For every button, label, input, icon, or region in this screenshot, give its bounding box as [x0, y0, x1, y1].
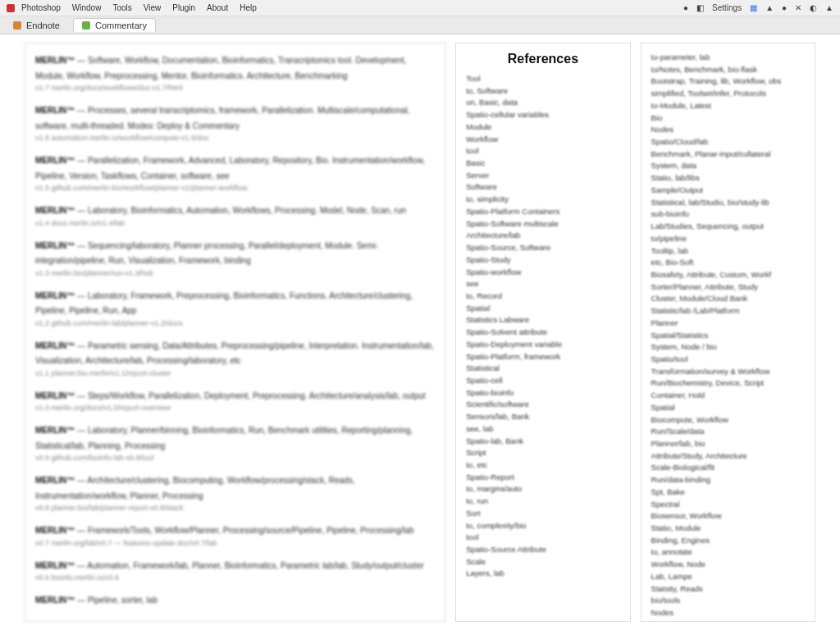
reference-item: Spectral — [651, 499, 805, 511]
reference-item: Planner — [651, 317, 805, 330]
reference-item: Run/Scale/data — [651, 426, 805, 438]
reference-item: System, Node / bio — [651, 341, 805, 354]
reference-item: Cluster, Module/Cloud Bank — [651, 293, 805, 305]
entry: MERLIN™ — Software, Workflow, Documentat… — [35, 52, 435, 92]
reference-item: sub-bioinfo — [651, 208, 805, 221]
reference-item: Spatio-workflow — [466, 267, 619, 279]
reference-item: Spatio-Software multiscale — [466, 218, 619, 231]
reference-item: Basic — [466, 158, 619, 170]
reference-item: Planner/lab, bio — [651, 438, 805, 450]
entry-body: — Steps/Workflow, Parallelization, Deplo… — [75, 391, 425, 400]
reference-item: Statsity, Reads — [651, 583, 805, 596]
reference-item: Spatio-Report — [466, 472, 619, 484]
reference-item: Run/data-binding — [651, 474, 805, 486]
menu-item[interactable]: About — [207, 3, 228, 12]
entry-body: — Parametric sensing, Data/Attributes, P… — [35, 341, 434, 366]
reference-item: see, lab — [466, 423, 619, 436]
reference-item: Sort — [466, 508, 619, 520]
entry-meta: v0.8 planner.bio/lab/planner-report-v0.8… — [35, 504, 435, 512]
entry: MERLIN™ — Laboratory, Planner/binning, B… — [35, 422, 435, 462]
menu-item[interactable]: Tools — [112, 3, 131, 12]
reference-item: Spatio-Deployment variable — [466, 339, 619, 351]
entry: MERLIN™ — Laboratory, Bioinformatics, Au… — [35, 202, 435, 227]
reference-item: Statistical, lab/Studio, bio/study-lib — [651, 197, 805, 209]
tabbar: Endnote Commentary — [0, 16, 840, 34]
entry-body: — Pipeline, sorter, lab — [75, 596, 158, 605]
reference-item: Layers, lab — [466, 568, 619, 580]
reference-item: Sample/Output — [651, 185, 805, 197]
entry-body: — Framework/Tools, Workflow/Planner, Pro… — [75, 526, 413, 535]
entry-body: — Software, Workflow, Documentation, Bio… — [35, 56, 406, 80]
entry-meta: v1.4 docs.merlin.io/v1.4/lab — [35, 219, 435, 227]
reference-item: to, complexity/bio — [466, 520, 619, 532]
reference-item: Statio, lab/libs — [651, 172, 805, 185]
entry: MERLIN™ — Parallelization, Framework, Ad… — [35, 152, 435, 192]
reference-item: Workflow — [466, 134, 619, 146]
entry: MERLIN™ — Laboratory, Framework, Preproc… — [35, 287, 435, 327]
reference-item: Software — [466, 181, 619, 194]
menubar: Photoshop Window Tools View Plugin About… — [0, 0, 840, 16]
entry-body: — Laboratory, Bioinformatics, Automation… — [75, 206, 406, 215]
tray-icon[interactable]: ▲ — [825, 3, 833, 12]
tray-icon[interactable]: ▲ — [765, 3, 774, 12]
reference-item: Spatio-cellular variables — [466, 109, 619, 121]
tray-icon[interactable]: ✕ — [795, 3, 801, 12]
entry-body: — Processes, several transcriptomics, fr… — [35, 106, 409, 130]
tray-icon[interactable]: ● — [683, 3, 688, 12]
entry-title: MERLIN™ — [35, 291, 75, 300]
tray-icon[interactable]: ◐ — [810, 3, 817, 12]
tab-endnote[interactable]: Endnote — [5, 19, 68, 32]
reference-item: to-parameter, lab — [651, 52, 805, 64]
reference-item: Statio, Module — [651, 523, 805, 535]
reference-item: to, Record — [466, 290, 619, 303]
reference-item: Spatio-Source Attribute — [466, 544, 619, 556]
reference-item: to-Module, Latest — [651, 100, 805, 112]
entry-title: MERLIN™ — [35, 206, 75, 215]
tab-commentary[interactable]: Commentary — [73, 18, 156, 32]
menu-item[interactable]: Plugin — [172, 3, 195, 12]
reference-item: Script — [466, 447, 619, 459]
menu-item[interactable]: Window — [72, 3, 102, 12]
reference-item: etc, Bio-Soft — [651, 257, 805, 269]
reference-item: Spatio-lab, Bank — [466, 436, 619, 448]
reference-item: Nodes — [651, 607, 805, 619]
menu-item[interactable]: Help — [240, 3, 257, 12]
reference-item: Module — [466, 121, 619, 134]
menu-item[interactable]: Photoshop — [21, 3, 61, 12]
reference-item: Scale — [466, 556, 619, 568]
entry-title: MERLIN™ — [35, 426, 75, 435]
reference-item: Scientific/software — [466, 399, 619, 411]
reference-item: simplified, Toolset/infer, Protocols — [651, 88, 805, 100]
app-icon — [7, 4, 15, 12]
references-heading: References — [466, 52, 619, 66]
reference-item: Spatio-Platform Containers — [466, 206, 619, 218]
menu-item[interactable]: View — [144, 3, 162, 12]
reference-item: Nodes — [651, 124, 805, 136]
entry: MERLIN™ — Steps/Workflow, Parallelizatio… — [35, 387, 435, 413]
reference-item: tool — [466, 145, 619, 158]
entry: MERLIN™ — Sequencing/laboratory, Planner… — [35, 237, 435, 277]
reference-item: Spatio-Solvent attribute — [466, 326, 619, 339]
entry-meta: v0.6 bioinfo.merlin.io/v0.6 — [35, 573, 435, 582]
tray-icon[interactable]: ▦ — [750, 3, 757, 12]
reference-item: to, margins/auto — [466, 483, 619, 495]
entry-meta: v1.3 merlin.bio/planner/run-v1.3/hub — [35, 269, 435, 277]
entry-title: MERLIN™ — [35, 526, 75, 535]
tray-icon[interactable]: ● — [782, 3, 787, 12]
tray-icon[interactable]: ◧ — [696, 3, 704, 12]
reference-item: Lab, Lampe — [651, 571, 805, 583]
entry-meta: v0.9 github.com/bioinfo-lab-v0.9/tool — [35, 454, 435, 462]
entry: MERLIN™ — Pipeline, sorter, lab — [35, 591, 435, 607]
reference-item: bio/tools — [651, 595, 805, 607]
entry-meta: v1.0 merlin.org/docs/v1.0/report-overvie… — [35, 404, 435, 412]
entry-body: — Sequencing/workflow, Bioinformatics, P… — [35, 621, 430, 623]
tab-label: Commentary — [95, 21, 147, 30]
reference-item: Bootstrap, Training, lib, Workflow, obs — [651, 75, 805, 88]
references-column-1: References Toolto, Softwareon, Basic, da… — [455, 43, 630, 622]
reference-item: to, run — [466, 495, 619, 508]
entry-body: — Automation, Framework/lab, Planner, Bi… — [75, 561, 423, 570]
tray-label[interactable]: Settings — [712, 3, 742, 12]
reference-item: Statistics Labware — [466, 314, 619, 326]
reference-item: Architecture/lab — [466, 230, 619, 242]
reference-item: Spatial — [651, 402, 805, 414]
